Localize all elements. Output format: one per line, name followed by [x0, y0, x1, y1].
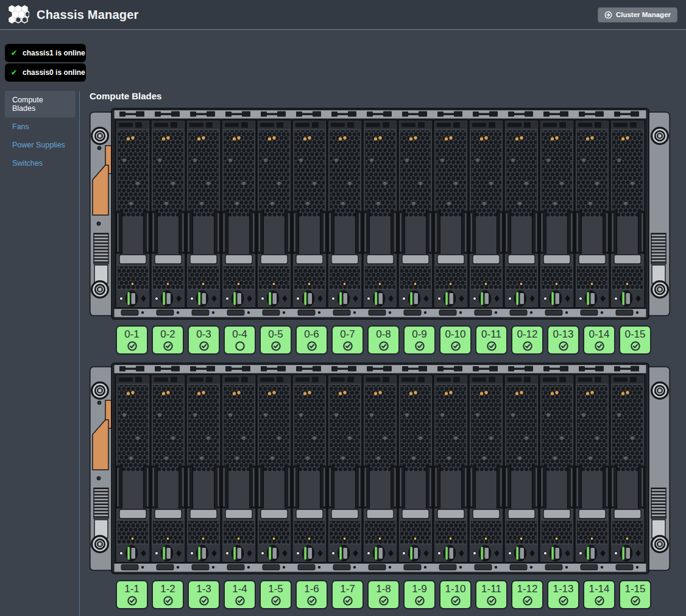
blade-illustration — [151, 120, 185, 308]
blade-illustration — [328, 375, 362, 562]
blade-label: 0-15 — [624, 328, 645, 340]
blade-illustration — [222, 375, 256, 562]
blade-illustration — [469, 120, 503, 308]
blade-button-0-10[interactable]: 0-10 — [439, 325, 472, 355]
check-circle-icon — [630, 341, 641, 352]
blade-label: 0-1 — [124, 328, 140, 340]
blade-illustration — [610, 375, 645, 562]
blade-label: 1-2 — [160, 583, 175, 595]
blade-illustration — [292, 120, 327, 308]
blade-button-1-6[interactable]: 1-6 — [295, 580, 328, 609]
blade-button-1-7[interactable]: 1-7 — [331, 580, 364, 609]
blade-button-1-3[interactable]: 1-3 — [188, 580, 220, 609]
sidebar: Compute BladesFansPower SuppliesSwitches — [0, 30, 79, 615]
blade-illustration — [363, 120, 397, 308]
blade-button-0-12[interactable]: 0-12 — [511, 325, 543, 355]
blade-button-0-15[interactable]: 0-15 — [619, 325, 651, 355]
check-circle-icon — [342, 341, 353, 352]
sidebar-divider — [79, 91, 80, 616]
blade-button-0-1[interactable]: 0-1 — [116, 325, 148, 355]
blade-illustration — [575, 375, 609, 562]
blade-button-1-10[interactable]: 1-10 — [439, 580, 472, 609]
check-circle-icon — [630, 595, 641, 606]
blade-illustration — [610, 120, 645, 308]
blade-illustration — [116, 120, 150, 308]
toast-text: chassis0 is online — [23, 68, 85, 77]
blade-button-0-7[interactable]: 0-7 — [331, 325, 364, 355]
page-title: Compute Blades — [90, 91, 686, 101]
check-circle-icon — [306, 341, 317, 352]
cluster-manager-button[interactable]: Cluster Manager — [598, 7, 677, 23]
blade-button-0-6[interactable]: 0-6 — [295, 325, 328, 355]
blade-button-0-2[interactable]: 0-2 — [152, 325, 184, 355]
brand: Chassis Manager — [7, 5, 139, 24]
toast: ✔chassis0 is online — [5, 63, 86, 82]
circle-icon — [235, 341, 246, 352]
navbar: Chassis Manager Cluster Manager — [0, 0, 686, 30]
blade-illustration — [328, 120, 362, 308]
chassis-section-chassis0: 0-1 0-2 0-3 0-4 0-5 0-6 0-7 0-8 0-9 0-10… — [90, 108, 686, 355]
blade-label: 1-12 — [517, 583, 537, 595]
sidebar-item-fans[interactable]: Fans — [5, 118, 76, 136]
app-logo-icon — [7, 5, 29, 24]
main-content: Compute Blades — [79, 30, 686, 615]
blade-illustration — [434, 375, 468, 562]
blade-button-0-4[interactable]: 0-4 — [224, 325, 256, 355]
blade-label: 1-7 — [340, 583, 355, 595]
check-circle-icon — [235, 595, 246, 606]
thumbscrew-icon — [651, 381, 669, 400]
blade-label: 0-12 — [517, 328, 537, 340]
check-circle-icon — [199, 341, 210, 352]
blade-button-1-1[interactable]: 1-1 — [116, 580, 148, 609]
check-circle-icon — [522, 595, 533, 606]
check-circle-icon — [414, 341, 425, 352]
blade-label: 1-8 — [376, 583, 391, 595]
sidebar-item-power-supplies[interactable]: Power Supplies — [5, 136, 76, 154]
blade-illustration — [504, 375, 539, 562]
blade-button-0-3[interactable]: 0-3 — [188, 325, 220, 355]
blade-illustration — [540, 375, 574, 562]
check-circle-icon — [163, 341, 174, 352]
thumbscrew-icon — [91, 535, 109, 553]
check-circle-icon — [342, 595, 353, 606]
blade-label: 1-5 — [268, 583, 283, 595]
toast-text: chassis1 is online — [23, 49, 85, 57]
check-icon: ✔ — [11, 49, 17, 57]
thumbscrew-icon — [651, 127, 669, 145]
blade-button-1-4[interactable]: 1-4 — [224, 580, 256, 609]
blade-label: 0-11 — [481, 328, 501, 340]
check-circle-icon — [306, 595, 317, 606]
chassis-list: 0-1 0-2 0-3 0-4 0-5 0-6 0-7 0-8 0-9 0-10… — [90, 108, 686, 609]
blade-label: 0-2 — [160, 328, 175, 340]
blade-label: 1-11 — [481, 583, 501, 595]
blade-label: 0-8 — [376, 328, 391, 340]
blade-button-1-5[interactable]: 1-5 — [260, 580, 292, 609]
sidebar-item-compute-blades[interactable]: Compute Blades — [5, 91, 76, 118]
check-circle-icon — [127, 341, 138, 352]
blade-button-0-5[interactable]: 0-5 — [260, 325, 292, 355]
blade-illustration — [186, 120, 221, 308]
blade-button-0-9[interactable]: 0-9 — [403, 325, 436, 355]
blade-button-1-2[interactable]: 1-2 — [152, 580, 184, 609]
sidebar-item-switches[interactable]: Switches — [5, 154, 76, 172]
blade-label: 1-13 — [553, 583, 573, 595]
blade-button-0-8[interactable]: 0-8 — [367, 325, 400, 355]
blade-button-1-14[interactable]: 1-14 — [583, 580, 615, 609]
blade-illustration — [469, 375, 503, 562]
blade-button-1-9[interactable]: 1-9 — [403, 580, 436, 609]
check-circle-icon — [378, 341, 389, 352]
blade-button-1-15[interactable]: 1-15 — [619, 580, 651, 609]
check-circle-icon — [271, 595, 281, 606]
blade-label: 1-15 — [624, 583, 645, 595]
blade-button-0-13[interactable]: 0-13 — [547, 325, 579, 355]
blade-illustration — [363, 375, 397, 562]
blade-illustration — [398, 375, 433, 562]
blade-button-0-11[interactable]: 0-11 — [475, 325, 507, 355]
blade-button-1-8[interactable]: 1-8 — [367, 580, 400, 609]
blade-illustration — [540, 120, 574, 308]
blade-button-1-12[interactable]: 1-12 — [511, 580, 543, 609]
app-title: Chassis Manager — [37, 8, 139, 22]
blade-button-1-13[interactable]: 1-13 — [547, 580, 579, 609]
blade-button-1-11[interactable]: 1-11 — [475, 580, 507, 609]
blade-button-0-14[interactable]: 0-14 — [583, 325, 615, 355]
